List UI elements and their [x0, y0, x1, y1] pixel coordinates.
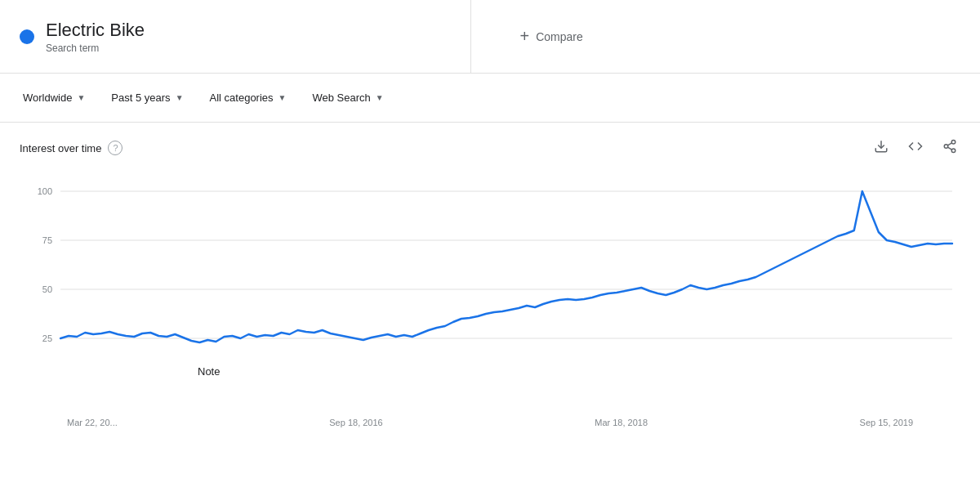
x-label-2: Sep 18, 2016 — [329, 418, 382, 427]
note-label: Note — [198, 365, 220, 378]
embed-icon[interactable] — [905, 136, 926, 160]
chart-title: Interest over time — [20, 142, 101, 154]
search-type-filter[interactable]: Web Search ▼ — [302, 85, 393, 110]
help-icon[interactable]: ? — [108, 141, 122, 155]
location-dropdown-icon: ▼ — [77, 93, 85, 102]
svg-line-4 — [947, 147, 951, 150]
trend-chart: 100 75 50 25 — [20, 167, 960, 412]
svg-text:50: 50 — [42, 284, 52, 294]
search-type-dropdown-icon: ▼ — [376, 93, 384, 102]
compare-button[interactable]: + Compare — [510, 20, 593, 52]
compare-section: + Compare — [471, 0, 981, 73]
time-range-label: Past 5 years — [111, 92, 170, 104]
search-term-section: Electric Bike Search term — [0, 0, 471, 73]
x-label-1: Mar 22, 20... — [67, 418, 118, 427]
category-filter[interactable]: All categories ▼ — [200, 85, 296, 110]
time-range-filter[interactable]: Past 5 years ▼ — [101, 85, 193, 110]
svg-text:100: 100 — [38, 186, 52, 196]
svg-text:25: 25 — [42, 333, 52, 343]
chart-container: 100 75 50 25 Note — [20, 167, 960, 414]
svg-text:75: 75 — [42, 235, 52, 245]
trend-line — [60, 191, 952, 342]
category-label: All categories — [210, 92, 274, 104]
svg-point-1 — [951, 141, 956, 145]
filters-bar: Worldwide ▼ Past 5 years ▼ All categorie… — [0, 74, 980, 123]
category-dropdown-icon: ▼ — [278, 93, 287, 102]
compare-label: Compare — [536, 30, 583, 43]
svg-point-3 — [951, 149, 956, 153]
compare-plus-icon: + — [520, 27, 530, 46]
chart-actions — [871, 136, 960, 160]
svg-line-5 — [947, 143, 951, 145]
chart-title-area: Interest over time ? — [20, 141, 122, 155]
x-label-3: Mar 18, 2018 — [595, 418, 648, 427]
time-range-dropdown-icon: ▼ — [176, 93, 184, 102]
chart-section: Interest over time ? 100 75 50 — [0, 123, 980, 427]
search-term-subtitle: Search term — [46, 42, 145, 54]
search-term-title: Electric Bike — [46, 20, 145, 41]
location-filter[interactable]: Worldwide ▼ — [13, 85, 95, 110]
search-term-dot — [20, 29, 34, 44]
svg-point-2 — [944, 145, 948, 149]
chart-header: Interest over time ? — [20, 136, 960, 160]
search-type-label: Web Search — [312, 92, 370, 104]
search-term-info: Electric Bike Search term — [46, 20, 145, 54]
share-icon[interactable] — [939, 136, 960, 160]
x-axis-labels: Mar 22, 20... Sep 18, 2016 Mar 18, 2018 … — [20, 414, 960, 427]
download-icon[interactable] — [871, 136, 892, 160]
location-label: Worldwide — [23, 92, 72, 104]
x-label-4: Sep 15, 2019 — [860, 418, 913, 427]
